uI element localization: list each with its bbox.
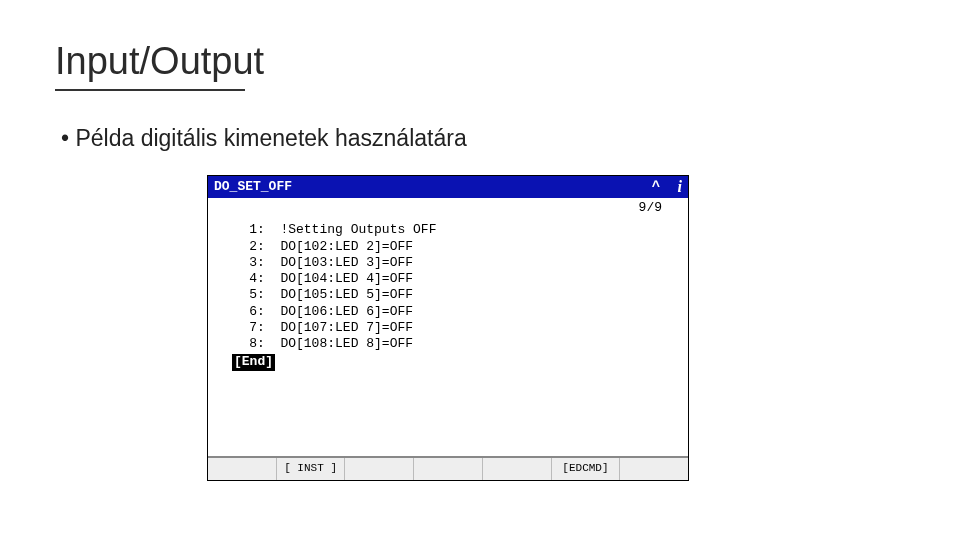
code-line: 3: DO[103:LED 3]=OFF xyxy=(218,255,678,271)
softkey-5[interactable] xyxy=(483,458,552,480)
softkey-1[interactable] xyxy=(208,458,277,480)
softkey-4[interactable] xyxy=(414,458,483,480)
info-icon: i xyxy=(678,177,682,197)
line-counter: 9/9 xyxy=(208,198,688,218)
softkey-3[interactable] xyxy=(345,458,414,480)
code-line: 2: DO[102:LED 2]=OFF xyxy=(218,239,678,255)
teach-pendant-window: DO_SET_OFF ^ i 9/9 1: !Setting Outputs O… xyxy=(207,175,689,481)
slide-title: Input/Output xyxy=(55,40,905,83)
program-name: DO_SET_OFF xyxy=(214,179,292,195)
code-line: 5: DO[105:LED 5]=OFF xyxy=(218,287,678,303)
softkey-edcmd[interactable]: [EDCMD] xyxy=(552,458,621,480)
slide-bullet: Példa digitális kimenetek használatára xyxy=(61,125,905,152)
caret-icon: ^ xyxy=(652,178,660,196)
code-area: 1: !Setting Outputs OFF 2: DO[102:LED 2]… xyxy=(208,218,688,456)
code-line: 8: DO[108:LED 8]=OFF xyxy=(218,336,678,352)
slide: Input/Output Példa digitális kimenetek h… xyxy=(0,0,960,540)
code-line: 6: DO[106:LED 6]=OFF xyxy=(218,304,678,320)
code-line: 1: !Setting Outputs OFF xyxy=(218,222,678,238)
end-marker: [End] xyxy=(232,354,275,370)
code-line: 4: DO[104:LED 4]=OFF xyxy=(218,271,678,287)
code-line: 7: DO[107:LED 7]=OFF xyxy=(218,320,678,336)
softkey-7[interactable] xyxy=(620,458,688,480)
softkey-inst[interactable]: [ INST ] xyxy=(277,458,346,480)
softkey-bar: [ INST ] [EDCMD] xyxy=(208,456,688,480)
title-underline xyxy=(55,89,245,91)
pendant-titlebar: DO_SET_OFF ^ i xyxy=(208,176,688,198)
